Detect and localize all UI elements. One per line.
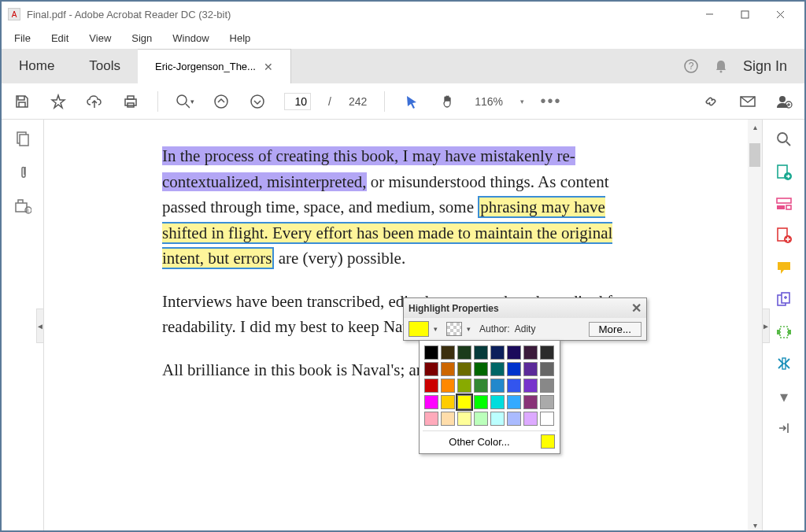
- color-swatch[interactable]: [474, 395, 488, 409]
- thumbnails-icon[interactable]: [15, 131, 31, 146]
- tab-home[interactable]: Home: [2, 49, 72, 83]
- color-swatch[interactable]: [523, 412, 538, 426]
- page-number-input[interactable]: [284, 93, 311, 110]
- comment-icon[interactable]: [775, 260, 793, 275]
- color-swatch[interactable]: [457, 379, 471, 393]
- color-dropdown-icon[interactable]: ▾: [434, 325, 442, 333]
- color-swatch[interactable]: [457, 345, 471, 360]
- menu-help[interactable]: Help: [225, 31, 256, 46]
- color-swatch[interactable]: [523, 379, 538, 393]
- color-swatch[interactable]: [457, 395, 471, 409]
- help-icon[interactable]: ?: [683, 58, 699, 74]
- color-swatch[interactable]: [457, 362, 471, 376]
- color-swatch[interactable]: [523, 345, 538, 360]
- color-swatch[interactable]: [441, 395, 455, 409]
- color-swatch[interactable]: [490, 379, 505, 393]
- zoom-value[interactable]: 116%: [475, 95, 503, 108]
- tab-document[interactable]: Eric-Jorgenson_The... ✕: [138, 49, 291, 83]
- sign-in-link[interactable]: Sign In: [743, 58, 787, 75]
- tab-tools[interactable]: Tools: [72, 49, 138, 83]
- star-icon[interactable]: [49, 92, 68, 111]
- color-swatch[interactable]: [540, 362, 554, 376]
- bookmarks-icon[interactable]: i: [14, 198, 31, 214]
- color-swatch[interactable]: [507, 379, 521, 393]
- color-swatch[interactable]: [507, 362, 521, 376]
- more-tools-icon[interactable]: •••: [542, 92, 560, 111]
- color-swatch[interactable]: [474, 362, 488, 376]
- scrollbar-thumb[interactable]: [749, 143, 760, 167]
- search-tool-icon[interactable]: [775, 131, 793, 148]
- color-swatch[interactable]: [457, 412, 471, 426]
- menu-file[interactable]: File: [9, 31, 35, 46]
- highlight-color-swatch[interactable]: [409, 321, 429, 337]
- color-swatch[interactable]: [540, 379, 554, 393]
- edit-pdf-icon[interactable]: [775, 197, 793, 211]
- export-pdf-icon[interactable]: [775, 164, 793, 181]
- collapse-right-rail-icon[interactable]: [777, 422, 791, 434]
- attachments-icon[interactable]: [16, 164, 30, 181]
- save-icon[interactable]: [13, 92, 31, 111]
- hand-tool-icon[interactable]: [438, 92, 457, 111]
- window-minimize-button[interactable]: [692, 2, 727, 26]
- color-swatch[interactable]: [474, 345, 488, 360]
- color-swatch[interactable]: [424, 412, 438, 426]
- color-picker-popup[interactable]: Other Color...: [419, 340, 560, 454]
- compress-icon[interactable]: [775, 356, 793, 371]
- cloud-upload-icon[interactable]: [85, 92, 104, 111]
- window-maximize-button[interactable]: [727, 2, 763, 26]
- color-swatch[interactable]: [474, 412, 488, 426]
- selection-tool-icon[interactable]: [402, 92, 421, 111]
- color-swatch[interactable]: [540, 412, 554, 426]
- vertical-scrollbar[interactable]: ▴ ▾: [748, 120, 762, 532]
- color-swatch[interactable]: [523, 395, 538, 409]
- print-icon[interactable]: [121, 92, 140, 111]
- create-pdf-icon[interactable]: [775, 227, 793, 244]
- color-swatch[interactable]: [507, 412, 521, 426]
- add-person-icon[interactable]: [775, 92, 793, 111]
- right-rail-collapse-button[interactable]: ►: [762, 308, 770, 343]
- color-swatch[interactable]: [540, 395, 554, 409]
- color-swatch[interactable]: [441, 379, 455, 393]
- organize-pages-icon[interactable]: [775, 324, 793, 340]
- color-swatch[interactable]: [523, 362, 538, 376]
- color-swatch[interactable]: [507, 395, 521, 409]
- opacity-swatch[interactable]: [446, 322, 462, 336]
- color-swatch[interactable]: [540, 345, 554, 360]
- color-swatch[interactable]: [490, 395, 505, 409]
- other-color-link[interactable]: Other Color...: [424, 436, 534, 448]
- scroll-up-icon[interactable]: ▴: [748, 120, 762, 134]
- scroll-down-icon[interactable]: ▾: [748, 518, 762, 532]
- opacity-dropdown-icon[interactable]: ▾: [467, 325, 475, 333]
- color-swatch[interactable]: [424, 379, 438, 393]
- page-up-icon[interactable]: [212, 92, 231, 111]
- combine-files-icon[interactable]: [775, 291, 793, 308]
- zoom-icon[interactable]: ▾: [176, 92, 194, 111]
- color-swatch[interactable]: [441, 345, 455, 360]
- color-swatch[interactable]: [507, 345, 521, 360]
- chevron-down-icon[interactable]: ▾: [780, 387, 788, 406]
- email-icon[interactable]: [738, 92, 757, 111]
- color-swatch[interactable]: [474, 379, 488, 393]
- left-rail-collapse-button[interactable]: ◄: [36, 308, 44, 343]
- color-swatch[interactable]: [441, 412, 455, 426]
- menu-window[interactable]: Window: [168, 31, 213, 46]
- color-swatch[interactable]: [424, 345, 438, 360]
- color-swatch[interactable]: [441, 362, 455, 376]
- menu-view[interactable]: View: [84, 31, 116, 46]
- share-link-icon[interactable]: [702, 92, 721, 111]
- color-swatch[interactable]: [424, 395, 438, 409]
- color-swatch[interactable]: [424, 362, 438, 376]
- menu-sign[interactable]: Sign: [127, 31, 157, 46]
- more-button[interactable]: More...: [589, 322, 641, 337]
- tab-close-icon[interactable]: ✕: [264, 61, 273, 73]
- color-swatch[interactable]: [490, 362, 505, 376]
- page-down-icon[interactable]: [248, 92, 267, 111]
- highlight-properties-toolbar[interactable]: Highlight Properties ✕ ▾ ▾ Author: Adity…: [403, 297, 647, 341]
- zoom-dropdown-icon[interactable]: ▾: [520, 98, 524, 105]
- notifications-icon[interactable]: [713, 58, 729, 74]
- highlight-properties-close-icon[interactable]: ✕: [631, 301, 641, 316]
- menu-edit[interactable]: Edit: [46, 31, 73, 46]
- window-close-button[interactable]: [763, 2, 798, 26]
- color-swatch[interactable]: [490, 345, 505, 360]
- color-swatch[interactable]: [490, 412, 505, 426]
